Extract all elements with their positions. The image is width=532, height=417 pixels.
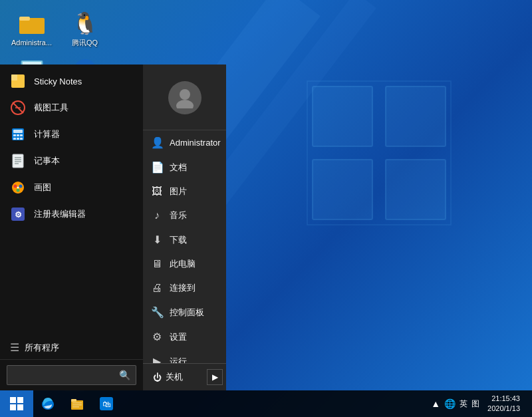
svg-rect-25 (13, 134, 16, 136)
svg-rect-52 (72, 402, 82, 404)
start-app-regedit[interactable]: ⚙ 注册表编辑器 (0, 201, 143, 227)
desktop-icon-qq[interactable]: 🐧 腾讯QQ (60, 7, 110, 51)
administrator-icon: 👤 (151, 136, 163, 149)
documents-icon: 📄 (151, 161, 163, 174)
start-right-mycomputer[interactable]: 🖥 此电脑 (143, 252, 226, 276)
taskbar-clock[interactable]: 21:15:43 2020/1/13 (482, 394, 525, 414)
svg-text:🛍: 🛍 (102, 399, 111, 409)
stickynotes-label: Sticky Notes (34, 76, 82, 86)
pictures-icon: 🖼 (151, 186, 163, 198)
svg-rect-26 (17, 134, 19, 136)
settings-icon: ⚙ (151, 331, 163, 343)
power-button[interactable]: ⏻ 关机 (146, 367, 207, 387)
sniptool-label: 截图工具 (34, 102, 68, 114)
svg-rect-53 (72, 404, 82, 406)
tray-input-icon[interactable]: 图 (471, 398, 479, 410)
tray-lang-label[interactable]: 英 (460, 398, 467, 410)
taskbar-store[interactable]: 🛍 (92, 390, 121, 417)
regedit-icon: ⚙ (10, 206, 26, 222)
start-search-input[interactable] (13, 370, 114, 380)
svg-point-40 (17, 187, 19, 189)
start-right-pictures[interactable]: 🖼 图片 (143, 180, 226, 204)
svg-rect-51 (71, 399, 76, 402)
start-right-documents[interactable]: 📄 文档 (143, 155, 226, 180)
start-app-notepad[interactable]: 记事本 (0, 148, 143, 174)
start-menu: Sticky Notes 截图工具 (0, 65, 226, 390)
start-right-downloads[interactable]: ⬇ 下载 (143, 227, 226, 252)
tray-globe-icon[interactable]: 🌐 (444, 398, 456, 409)
qq-icon-label: 腾讯QQ (72, 39, 98, 47)
sniptool-icon (10, 100, 26, 116)
start-button[interactable] (0, 390, 33, 417)
start-user-area[interactable] (143, 65, 226, 130)
settings-label: 设置 (170, 331, 187, 343)
start-right-administrator[interactable]: 👤 Administrator (143, 130, 226, 155)
start-menu-right-panel: 👤 Administrator 📄 文档 🖼 图片 ♪ 音乐 (143, 65, 226, 390)
menu-lines-icon: ☰ (10, 341, 19, 354)
svg-text:⚙: ⚙ (15, 210, 22, 219)
tray-arrow[interactable]: ▲ (431, 398, 440, 409)
start-app-sniptool[interactable]: 截图工具 (0, 94, 143, 121)
svg-rect-54 (72, 406, 79, 408)
connect-icon: 🖨 (151, 282, 163, 294)
svg-point-43 (180, 89, 190, 100)
svg-point-44 (176, 100, 194, 108)
calculator-label: 计算器 (34, 128, 60, 140)
regedit-label: 注册表编辑器 (34, 208, 86, 220)
calculator-icon (10, 126, 26, 142)
admin-icon (19, 10, 45, 37)
power-icon: ⏻ (153, 372, 162, 382)
mycomputer-right-icon: 🖥 (151, 258, 163, 270)
svg-rect-45 (10, 397, 16, 403)
start-menu-left-panel: Sticky Notes 截图工具 (0, 65, 143, 390)
desktop-icon-admin[interactable]: Administra... (7, 7, 57, 51)
controlpanel-label: 控制面板 (170, 307, 204, 319)
notepad-icon (10, 153, 26, 169)
paint-icon (10, 180, 26, 196)
svg-rect-31 (13, 154, 23, 168)
start-right-items: 👤 Administrator 📄 文档 🖼 图片 ♪ 音乐 (143, 130, 226, 363)
taskbar-explorer[interactable] (63, 390, 92, 417)
taskbar-edge[interactable] (33, 390, 63, 417)
start-search-box[interactable]: 🔍 (7, 365, 136, 385)
downloads-icon: ⬇ (151, 233, 163, 246)
start-right-settings[interactable]: ⚙ 设置 (143, 325, 226, 349)
svg-rect-2 (313, 86, 372, 146)
svg-point-38 (19, 185, 23, 188)
desktop: Administra... 🐧 腾讯QQ 此电脑 (0, 0, 532, 417)
all-programs-label: 所有程序 (25, 342, 59, 354)
svg-rect-3 (386, 86, 446, 146)
start-app-paint[interactable]: 画图 (0, 174, 143, 201)
svg-rect-19 (11, 74, 17, 80)
start-right-run[interactable]: ▶ 运行... (143, 349, 226, 363)
svg-rect-47 (10, 404, 16, 410)
tray-icons: ▲ 🌐 英 图 (431, 398, 479, 410)
start-app-calculator[interactable]: 计算器 (0, 121, 143, 148)
svg-point-39 (17, 189, 20, 192)
svg-rect-27 (20, 134, 23, 136)
svg-rect-4 (313, 160, 372, 219)
paint-label: 画图 (34, 182, 51, 194)
qq-icon: 🐧 (72, 10, 98, 37)
clock-time: 21:15:43 (487, 394, 520, 404)
documents-label: 文档 (170, 162, 187, 174)
music-icon: ♪ (151, 209, 163, 221)
start-app-stickynotes[interactable]: Sticky Notes (0, 68, 143, 94)
start-all-programs[interactable]: ☰ 所有程序 (0, 336, 143, 359)
svg-rect-5 (386, 160, 446, 219)
administrator-label: Administrator (170, 138, 221, 148)
run-icon: ▶ (151, 355, 163, 363)
store-icon: 🛍 (99, 396, 114, 411)
svg-rect-30 (20, 138, 23, 140)
power-arrow-button[interactable]: ▶ (207, 369, 223, 385)
music-label: 音乐 (170, 209, 187, 221)
start-search-area: 🔍 (0, 359, 143, 390)
mycomputer-label: 此电脑 (170, 258, 196, 270)
taskbar-apps: 🛍 (33, 390, 431, 417)
start-right-music[interactable]: ♪ 音乐 (143, 204, 226, 227)
run-label: 运行... (170, 356, 194, 364)
svg-rect-48 (17, 404, 23, 410)
start-right-connect[interactable]: 🖨 连接到 (143, 276, 226, 300)
start-right-controlpanel[interactable]: 🔧 控制面板 (143, 300, 226, 325)
taskbar: 🛍 ▲ 🌐 英 图 21:15:43 2020/1/13 (0, 390, 532, 417)
